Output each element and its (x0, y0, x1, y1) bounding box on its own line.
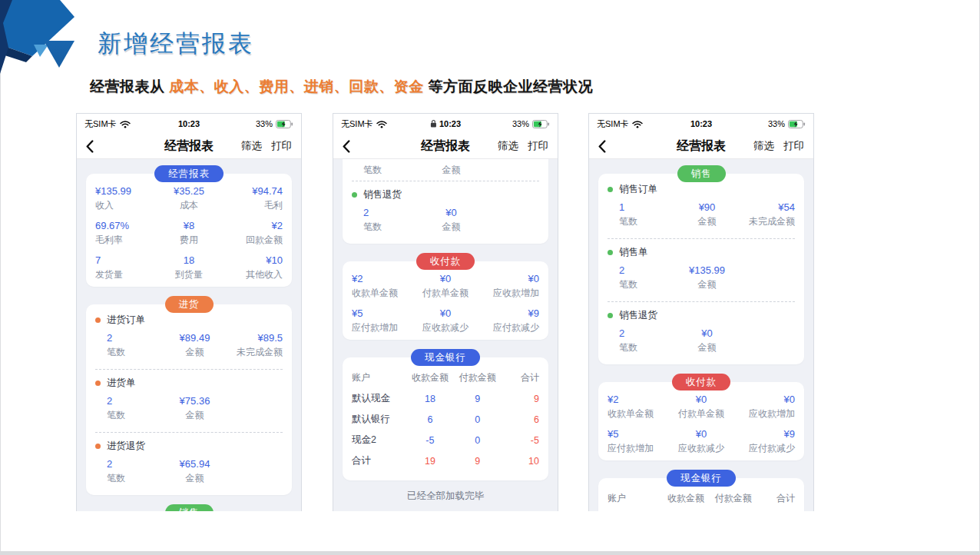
lock-icon (430, 119, 437, 128)
report-section: 进货订单2笔数¥89.49金额¥89.5未完成金额 (95, 314, 283, 364)
bullet-dot (608, 250, 613, 255)
stat-cell: ¥10其他收入 (220, 254, 283, 281)
bullet-dot (95, 381, 101, 386)
stat-value: 2 (619, 327, 677, 340)
table-row: 现金2-50-5 (352, 430, 539, 450)
stat-cell: ¥0应收款减少 (414, 307, 476, 334)
section-header: 进货单 (95, 377, 283, 390)
stat-value: ¥5 (608, 427, 670, 440)
status-time: 10:23 (430, 114, 461, 134)
stat-label: 成本 (157, 199, 220, 211)
table-cell: 0 (454, 435, 502, 446)
section-header: 进货订单 (95, 314, 283, 327)
stat-cell: ¥0付款单金额 (670, 393, 732, 420)
subtitle-highlight: 成本、收入、费用、进销、回款、资金 (169, 78, 424, 95)
stat-label: 收款单金额 (608, 407, 670, 420)
stat-cell: ¥54未完成金额 (737, 201, 795, 228)
category-pill-row: 收付款 (343, 253, 548, 270)
stat-label: 金额 (165, 346, 223, 358)
back-button[interactable] (86, 140, 94, 153)
stat-row: 2笔数¥65.94金额 (107, 457, 283, 484)
time-label: 10:23 (690, 119, 712, 128)
table-cell: 9 (454, 456, 502, 467)
table-cell: 0 (454, 414, 502, 425)
bullet-dot (608, 187, 613, 192)
stat-value: 2 (363, 206, 422, 219)
stat-label: 未完成金额 (224, 346, 283, 358)
stat-label: 笔数 (363, 164, 422, 176)
category-pill: 经营报表 (154, 165, 223, 182)
section-title: 进货订单 (107, 314, 145, 327)
print-button[interactable]: 打印 (271, 139, 292, 153)
stat-label: 收款单金额 (352, 287, 414, 299)
stat-label: 付款单金额 (670, 407, 732, 420)
stat-label: 毛利率 (95, 234, 157, 246)
section-stats: 2笔数¥0金额 (619, 327, 795, 354)
stat-value: ¥0 (414, 307, 476, 320)
stat-value: ¥89.49 (165, 331, 223, 344)
stat-cell: ¥94.74毛利 (220, 184, 283, 211)
accounts-card: 账户收款金额付款金额合计默认现金1899默认银行606现金2-50-5合计199… (343, 357, 548, 480)
filter-button[interactable]: 筛选 (753, 139, 774, 153)
wifi-icon (120, 120, 131, 128)
filter-button[interactable]: 筛选 (498, 139, 518, 153)
report-block: 现金银行账户收款金额付款金额合计 (598, 470, 804, 511)
back-button[interactable] (343, 140, 350, 153)
stat-value: ¥90 (677, 201, 736, 214)
stat-value: ¥135.99 (677, 264, 736, 277)
report-block: 已经全部加载完毕 (343, 490, 548, 502)
dashed-divider (608, 238, 795, 239)
stat-cell: ¥75.36金额 (165, 394, 223, 421)
stat-cell: 2笔数 (107, 331, 165, 358)
table-row: 默认现金1899 (352, 388, 539, 409)
bullet-dot (95, 317, 101, 323)
table-cell: 6 (406, 414, 454, 425)
stat-cell: ¥89.49金额 (165, 331, 223, 358)
dashed-divider (95, 432, 283, 433)
wifi-icon (376, 120, 387, 128)
stat-cell: 2笔数 (363, 206, 422, 233)
nav-actions: 筛选 打印 (498, 139, 548, 153)
nav-bar: 经营报表 筛选 打印 (589, 134, 813, 159)
table-row: 合计19910 (352, 450, 539, 471)
table-header-cell: 合计 (757, 492, 795, 505)
stat-value: ¥0 (477, 272, 539, 285)
section-stats: 2笔数¥89.49金额¥89.5未完成金额 (107, 331, 283, 358)
load-complete-text: 已经全部加载完毕 (343, 490, 548, 502)
report-scroll-area[interactable]: 笔数金额销售退货2笔数¥0金额收付款¥2收款单金额¥0付款单金额¥0应收款增加¥… (333, 159, 558, 511)
stat-value: 2 (107, 457, 165, 470)
print-button[interactable]: 打印 (783, 139, 804, 153)
category-pill-row: 经营报表 (86, 165, 292, 182)
table-header-row: 账户收款金额付款金额合计 (352, 371, 539, 384)
stat-cell: 金额 (422, 164, 480, 176)
carrier-label: 无SIM卡 (341, 118, 373, 130)
category-pill-row: 现金银行 (343, 349, 548, 366)
report-scroll-area[interactable]: 销售销售订单1笔数¥90金额¥54未完成金额销售单2笔数¥135.99金额销售退… (589, 159, 813, 511)
stat-cell (481, 164, 539, 176)
report-section: 进货单2笔数¥75.36金额 (95, 377, 283, 427)
stat-label: 发货量 (95, 268, 157, 281)
report-block: 现金银行账户收款金额付款金额合计默认现金1899默认银行606现金2-50-5合… (343, 349, 548, 480)
report-scroll-area[interactable]: 经营报表¥135.99收入¥35.25成本¥94.74毛利69.67%毛利率¥8… (77, 159, 301, 511)
stat-label: 应收款减少 (670, 442, 732, 454)
stat-value: ¥9 (733, 427, 795, 440)
summary-card: ¥2收款单金额¥0付款单金额¥0应收款增加¥5应付款增加¥0应收款减少¥9应付款… (343, 261, 548, 340)
stat-cell: ¥0应收款增加 (733, 393, 795, 420)
section-header: 销售单 (608, 246, 795, 259)
report-block: 销售 (86, 504, 292, 511)
table-cell: 10 (502, 456, 539, 467)
filter-button[interactable]: 筛选 (241, 139, 262, 153)
stat-label: 回款金额 (220, 234, 283, 246)
category-pill: 现金银行 (411, 349, 480, 366)
battery-percent: 33% (256, 119, 273, 128)
nav-title: 经营报表 (421, 138, 470, 155)
iphone-screenshot-3: 无SIM卡 10:23 33% 经营报表 筛选 打印 销售销售订单1笔数¥90金… (588, 113, 814, 511)
stat-row: ¥2收款单金额¥0付款单金额¥0应收款增加 (608, 393, 795, 420)
back-button[interactable] (598, 140, 606, 153)
nav-actions: 筛选 打印 (753, 139, 804, 153)
print-button[interactable]: 打印 (528, 139, 548, 153)
stat-label: 收入 (95, 199, 157, 211)
stat-label: 未完成金额 (737, 215, 795, 228)
section-title: 销售单 (619, 246, 648, 259)
stat-label: 笔数 (619, 215, 677, 228)
